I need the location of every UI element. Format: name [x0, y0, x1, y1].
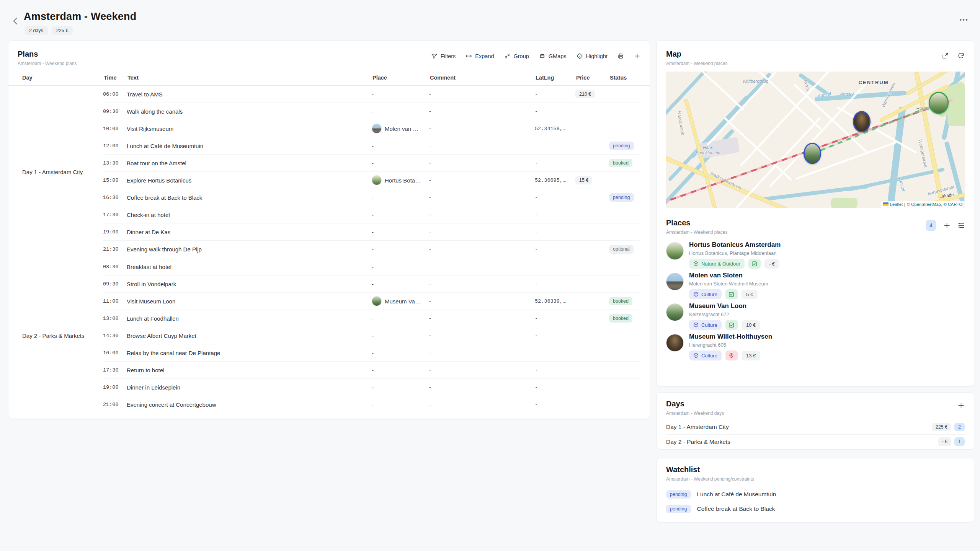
plan-row[interactable]: 13:00 Lunch at Foodhallen - - -: [103, 310, 640, 327]
plan-row[interactable]: 09:30 Stroll in Vondelpark - - -: [103, 276, 640, 293]
map-marker-hortus[interactable]: [929, 92, 949, 114]
place-item[interactable]: Museum Willet-Holthuysen Herengracht 605…: [666, 333, 965, 364]
map-refresh-button[interactable]: [957, 52, 965, 59]
day-count-chip: 2: [954, 423, 965, 432]
add-plan-button[interactable]: [634, 53, 640, 59]
plan-status: optional: [609, 245, 640, 254]
status-badge: pending: [609, 193, 634, 202]
place-item[interactable]: Hortus Botanicus Amsterdam Hortus Botani…: [666, 241, 965, 272]
days-subtitle: Amsterdam - Weekend days: [666, 411, 724, 416]
plan-place: -: [372, 384, 429, 391]
gmaps-button[interactable]: GMaps: [539, 53, 567, 59]
checkbox-icon: [751, 261, 757, 267]
more-menu-button[interactable]: •••: [959, 16, 969, 24]
plan-row[interactable]: 09:30 Walk along the canals - - -: [103, 103, 640, 120]
plan-latlng: 52.36695,…: [535, 178, 575, 183]
place-item[interactable]: Molen van Sloten Molen van Sloten Windmi…: [666, 272, 965, 302]
map-fullscreen-button[interactable]: [942, 52, 949, 59]
status-badge: booked: [609, 314, 632, 323]
plan-latlng: -: [535, 109, 575, 114]
map-marker-vanloon[interactable]: [804, 143, 821, 164]
plan-latlng: 52.34159,…: [535, 126, 575, 132]
place-name: -: [372, 401, 374, 408]
map-label-nassaukade: Nassaukade: [677, 111, 686, 136]
plan-row[interactable]: 16:00 Relax by the canal near De Plantag…: [103, 344, 640, 362]
plan-time: 21:00: [103, 402, 127, 408]
col-place: Place: [372, 75, 430, 81]
plan-text: Browse Albert Cuyp Market: [127, 333, 372, 339]
day-row[interactable]: Day 1 - Amsterdam City 225 € 2: [666, 420, 965, 434]
plan-time: 11:00: [103, 298, 127, 304]
plan-time: 16:30: [103, 195, 127, 201]
back-button[interactable]: [10, 15, 21, 27]
checklist-icon: [957, 222, 965, 229]
watchlist-panel: Watchlist Amsterdam - Weekend pending/co…: [657, 458, 974, 522]
plan-comment: -: [429, 160, 535, 166]
plan-text: Stroll in Vondelpark: [127, 281, 372, 287]
plan-row[interactable]: 13:30 Boat tour on the Amstel - - -: [103, 155, 640, 172]
printer-icon: [617, 53, 624, 59]
plan-latlng: -: [535, 264, 575, 270]
day-group: Day 1 - Amsterdam City 06:00 Travel to A…: [18, 86, 640, 258]
plan-comment: -: [429, 246, 535, 253]
watchlist-list: pending Lunch at Café de Museumtuin pend…: [657, 486, 974, 516]
place-name: -: [372, 333, 374, 339]
plan-row[interactable]: 11:00 Visit Museum Loon Museum Va… - 52.…: [103, 293, 640, 310]
plan-text: Lunch at Café de Museumtuin: [127, 143, 372, 149]
group-button[interactable]: Group: [504, 53, 529, 59]
plan-row[interactable]: 10:00 Visit Rijksmuseum Molen van … - 52…: [103, 120, 640, 137]
places-list: Hortus Botanicus Amsterdam Hortus Botani…: [657, 240, 974, 364]
plan-row[interactable]: 14:30 Browse Albert Cuyp Market - - -: [103, 327, 640, 344]
plan-comment: -: [429, 91, 535, 97]
print-button[interactable]: [617, 53, 624, 59]
map-canvas[interactable]: Krijtbergbrug Rokin Amstel Amstel CENTRU…: [666, 72, 965, 208]
expand-button[interactable]: Expand: [466, 53, 494, 59]
plan-latlng: -: [535, 316, 575, 321]
page-title: Amsterdam - Weekend: [24, 11, 136, 23]
plan-row[interactable]: 21:00 Evening concert at Concertgebouw -…: [103, 396, 640, 413]
day-row[interactable]: Day 2 - Parks & Markets - € 1: [666, 434, 965, 449]
watchlist-item[interactable]: pending Lunch at Café de Museumtuin: [666, 487, 965, 502]
filters-button[interactable]: Filters: [431, 53, 456, 59]
plan-row[interactable]: 17:30 Return to hotel - - -: [103, 362, 640, 379]
plan-latlng: -: [535, 195, 575, 201]
plan-status: booked: [609, 159, 640, 168]
carto-link[interactable]: © CARTO: [944, 202, 962, 207]
plan-row[interactable]: 19:00 Dinner in Leidseplein - - -: [103, 379, 640, 396]
plan-row[interactable]: 06:00 Travel to AMS - - - 210 €: [103, 86, 640, 103]
place-item[interactable]: Museum Van Loon Keizersgracht 672 Cultur…: [666, 302, 965, 333]
add-day-button[interactable]: [957, 402, 965, 409]
map-park: [831, 198, 858, 208]
places-count-badge: 4: [926, 220, 936, 231]
plans-table-body: Day 1 - Amsterdam City 06:00 Travel to A…: [8, 86, 650, 413]
cube-icon: [693, 292, 699, 297]
day-count-chip: 1: [954, 437, 965, 446]
plan-status: pending: [609, 193, 640, 202]
plan-place: Museum Va…: [372, 296, 429, 306]
osm-link[interactable]: © OpenStreetMap,: [907, 202, 942, 207]
category-label: Culture: [701, 292, 717, 297]
plan-row[interactable]: 19:00 Dinner at De Kas - - -: [103, 223, 640, 241]
place-thumbnail: [372, 124, 382, 134]
watchlist-item[interactable]: pending Coffee break at Back to Black: [666, 502, 965, 516]
places-list-view-button[interactable]: [957, 222, 965, 229]
plan-time: 13:00: [103, 316, 127, 321]
plan-row[interactable]: 16:30 Coffee break at Back to Black - - …: [103, 189, 640, 206]
plan-row[interactable]: 08:30 Breakfast at hotel - - -: [103, 258, 640, 276]
group-icon: [504, 53, 511, 59]
highlight-button[interactable]: Highlight: [577, 53, 608, 59]
map-marker-willet[interactable]: [853, 111, 871, 132]
place-name: Molen van Sloten: [689, 272, 768, 279]
category-label: Nature & Outdoor: [701, 261, 740, 266]
leaflet-link[interactable]: Leaflet: [890, 202, 903, 207]
plan-text: Check-in at hotel: [127, 212, 372, 218]
plan-row[interactable]: 12:00 Lunch at Café de Museumtuin - - -: [103, 137, 640, 155]
plan-text: Travel to AMS: [127, 91, 372, 98]
col-status: Status: [610, 75, 641, 81]
plan-row[interactable]: 17:30 Check-in at hotel - - -: [103, 206, 640, 223]
category-label: Culture: [701, 353, 717, 358]
plan-row[interactable]: 15:00 Explore Hortus Botanicus Hortus Bo…: [103, 172, 640, 189]
add-place-button[interactable]: [943, 222, 951, 229]
place-photo: [666, 242, 684, 260]
plan-row[interactable]: 21:30 Evening walk through De Pijp - - -: [103, 241, 640, 258]
